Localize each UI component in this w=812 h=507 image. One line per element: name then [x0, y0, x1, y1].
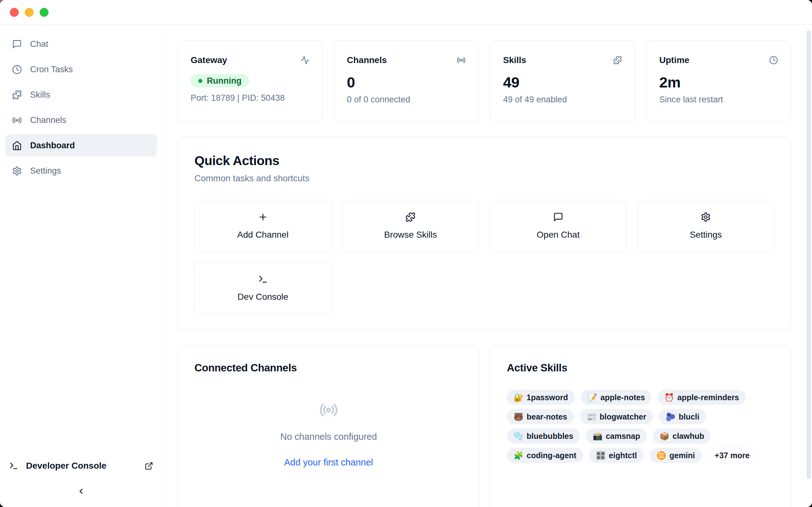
skills-detail: 49 of 49 enabled: [503, 95, 622, 105]
puzzle-icon: [405, 212, 415, 222]
skills-card-title: Skills: [503, 55, 526, 65]
quick-actions-subtitle: Common tasks and shortcuts: [194, 173, 774, 183]
connected-channels-title: Connected Channels: [194, 362, 463, 374]
puzzle-icon: [613, 56, 622, 65]
skill-badge: 📦 clawhub: [653, 429, 711, 444]
uptime-card-title: Uptime: [659, 55, 690, 65]
quick-actions-panel: Quick Actions Common tasks and shortcuts…: [177, 136, 791, 330]
sidebar-item-label: Settings: [30, 166, 61, 176]
channels-card-title: Channels: [347, 55, 387, 65]
skills-count: 49: [503, 73, 622, 91]
vertical-scrollbar[interactable]: [807, 30, 811, 479]
dev-console-button[interactable]: Dev Console: [194, 262, 332, 314]
connected-channels-panel: Connected Channels No channels configure…: [177, 345, 479, 507]
message-square-icon: [12, 39, 22, 49]
puzzle-icon: [12, 90, 22, 100]
add-channel-button[interactable]: Add Channel: [194, 200, 332, 251]
status-badge: Running: [191, 74, 249, 88]
browse-skills-button[interactable]: Browse Skills: [342, 200, 479, 251]
gateway-port-pid: Port: 18789 | PID: 50438: [191, 93, 310, 103]
sidebar-item-cron-tasks[interactable]: Cron Tasks: [5, 58, 157, 80]
clock-icon: [769, 56, 778, 65]
home-icon: [12, 141, 22, 151]
skills-list: 🔐 1password 📝 apple-notes ⏰ apple-remind…: [507, 390, 776, 463]
skill-badge: 🫧 bluebubbles: [507, 429, 580, 444]
more-skills-badge[interactable]: +37 more: [708, 448, 757, 463]
memo-emoji-icon: 📝: [588, 394, 597, 401]
puzzle-emoji-icon: 🧩: [513, 452, 523, 459]
skills-card: Skills 49 49 of 49 enabled: [490, 40, 635, 122]
uptime-card: Uptime 2m Since last restart: [647, 40, 792, 122]
gateway-card: Gateway Running Port: 18789 | PID: 50438: [177, 40, 322, 122]
terminal-icon: [258, 274, 268, 284]
bear-emoji-icon: 🐻: [513, 413, 523, 421]
skill-badge: 🧩 coding-agent: [507, 448, 583, 463]
sidebar-item-label: Chat: [30, 39, 48, 49]
skill-badge: 🔐 1password: [507, 390, 575, 405]
radio-icon: [319, 400, 338, 419]
clock-icon: [12, 65, 22, 74]
sidebar-item-label: Dashboard: [30, 141, 75, 151]
bubbles-emoji-icon: 🫧: [513, 432, 523, 440]
skill-badge: 🐻 bear-notes: [507, 409, 574, 424]
active-skills-panel: Active Skills 🔐 1password 📝 apple-notes: [490, 345, 792, 507]
developer-console-button[interactable]: Developer Console: [5, 456, 157, 476]
main-content: Gateway Running Port: 18789 | PID: 50438…: [162, 25, 812, 507]
package-emoji-icon: 📦: [659, 432, 669, 440]
uptime-value: 2m: [659, 73, 778, 91]
skill-badge: 📸 camsnap: [586, 429, 647, 444]
alarm-clock-emoji-icon: ⏰: [664, 394, 674, 401]
gear-icon: [701, 212, 711, 222]
skill-badge: 📰 blogwatcher: [580, 409, 653, 424]
channels-detail: 0 of 0 connected: [347, 95, 466, 105]
quick-actions-title: Quick Actions: [194, 153, 774, 168]
status-label: Running: [207, 76, 241, 86]
title-bar: [0, 0, 812, 25]
status-dot: [198, 79, 202, 83]
external-link-icon: [145, 462, 153, 470]
gateway-card-title: Gateway: [191, 55, 227, 65]
close-button[interactable]: [10, 8, 19, 17]
zoom-button[interactable]: [40, 8, 49, 17]
sidebar-nav: Chat Cron Tasks Skills Channels Dashboar…: [5, 33, 157, 182]
sidebar-item-dashboard[interactable]: Dashboard: [5, 134, 157, 157]
sidebar-item-chat[interactable]: Chat: [5, 33, 157, 55]
sidebar-item-label: Cron Tasks: [30, 65, 73, 74]
skill-badge: 🫐 blucli: [659, 409, 706, 424]
stats-row: Gateway Running Port: 18789 | PID: 50438…: [177, 40, 791, 122]
message-square-icon: [553, 212, 563, 222]
active-skills-title: Active Skills: [507, 362, 774, 374]
sidebar: Chat Cron Tasks Skills Channels Dashboar…: [0, 25, 162, 507]
camera-emoji-icon: 📸: [593, 432, 602, 440]
lock-emoji-icon: 🔐: [513, 394, 523, 401]
chevron-left-icon: [77, 487, 85, 496]
blueberries-emoji-icon: 🫐: [665, 413, 675, 421]
skill-badge: ⏰ apple-reminders: [658, 390, 746, 405]
empty-state-text: No channels configured: [281, 432, 377, 442]
minimize-button[interactable]: [25, 8, 34, 17]
open-chat-button[interactable]: Open Chat: [490, 200, 627, 251]
control-knobs-emoji-icon: 🎛️: [596, 452, 606, 459]
traffic-lights: [10, 8, 49, 17]
radio-icon: [12, 115, 22, 125]
sidebar-item-channels[interactable]: Channels: [5, 109, 157, 131]
sidebar-item-label: Skills: [30, 90, 50, 100]
sidebar-item-settings[interactable]: Settings: [5, 160, 157, 182]
add-first-channel-link[interactable]: Add your first channel: [284, 457, 373, 468]
sidebar-item-label: Channels: [30, 115, 66, 125]
skill-badge: ♊ gemini: [650, 448, 702, 463]
channels-count: 0: [347, 73, 466, 91]
developer-console-label: Developer Console: [26, 461, 137, 471]
activity-icon: [301, 56, 310, 65]
skill-badge: 🎛️ eightctl: [589, 448, 644, 463]
radio-icon: [457, 56, 466, 65]
gemini-emoji-icon: ♊: [656, 452, 666, 459]
sidebar-item-skills[interactable]: Skills: [5, 83, 157, 106]
channels-empty-state: No channels configured Add your first ch…: [194, 374, 463, 494]
plus-icon: [258, 212, 268, 222]
sidebar-collapse-button[interactable]: [74, 484, 88, 498]
app-window: Chat Cron Tasks Skills Channels Dashboar…: [0, 0, 812, 507]
settings-button[interactable]: Settings: [638, 200, 774, 251]
skill-badge: 📝 apple-notes: [581, 390, 652, 405]
uptime-detail: Since last restart: [659, 95, 778, 105]
